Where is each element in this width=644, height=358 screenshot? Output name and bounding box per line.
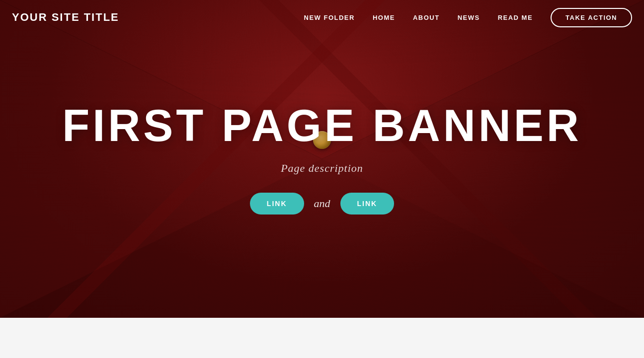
site-title[interactable]: YOUR SITE TITLE [12, 11, 119, 24]
hero-link-button-1[interactable]: LINK [250, 193, 304, 215]
hero-link-button-2[interactable]: LINK [340, 193, 395, 215]
bottom-section [0, 318, 644, 358]
hero-and-text: and [314, 197, 330, 210]
hero-section: FIRST PAGE BANNER Page description LINK … [0, 0, 644, 318]
nav-link-home[interactable]: HOME [373, 14, 395, 21]
hero-title: FIRST PAGE BANNER [62, 103, 581, 148]
hero-actions: LINK and LINK [250, 193, 394, 215]
nav-link-news[interactable]: NEWS [458, 14, 480, 21]
hero-content: FIRST PAGE BANNER Page description LINK … [62, 103, 581, 215]
hero-description: Page description [281, 162, 363, 175]
site-header: YOUR SITE TITLE NEW FOLDER HOME ABOUT NE… [0, 0, 644, 35]
nav-link-about[interactable]: ABOUT [413, 14, 440, 21]
nav-link-new-folder[interactable]: NEW FOLDER [304, 14, 355, 21]
nav-link-read-me[interactable]: READ ME [498, 14, 533, 21]
main-nav: NEW FOLDER HOME ABOUT NEWS READ ME TAKE … [304, 8, 632, 27]
cta-button[interactable]: TAKE ACTION [551, 8, 632, 27]
